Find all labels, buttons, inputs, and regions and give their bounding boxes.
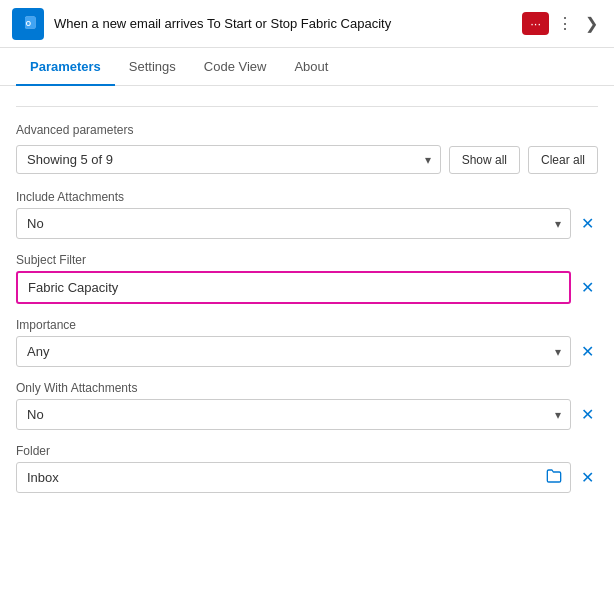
field-subject-filter: Subject Filter ✕ [16, 253, 598, 304]
svg-text:O: O [26, 19, 31, 26]
include-attachments-row: No Yes ▾ ✕ [16, 208, 598, 239]
subject-filter-clear-btn[interactable]: ✕ [577, 276, 598, 299]
importance-row: Any High Normal Low ▾ ✕ [16, 336, 598, 367]
show-all-button[interactable]: Show all [449, 146, 520, 174]
folder-picker-btn[interactable] [538, 464, 570, 491]
tab-about[interactable]: About [280, 49, 342, 86]
subject-filter-highlight-wrapper [16, 271, 571, 304]
error-btn[interactable]: ··· [522, 12, 549, 35]
folder-input[interactable] [17, 463, 538, 492]
folder-row: ✕ [16, 462, 598, 493]
header-title: When a new email arrives To Start or Sto… [54, 16, 512, 31]
only-with-attachments-clear-btn[interactable]: ✕ [577, 403, 598, 426]
divider-top [16, 106, 598, 107]
tab-parameters[interactable]: Parameters [16, 49, 115, 86]
include-attachments-select-wrap: No Yes ▾ [16, 208, 571, 239]
field-include-attachments: Include Attachments No Yes ▾ ✕ [16, 190, 598, 239]
folder-label: Folder [16, 444, 598, 458]
include-attachments-clear-btn[interactable]: ✕ [577, 212, 598, 235]
param-count-row: Showing 5 of 9 ▾ Show all Clear all [16, 145, 598, 174]
tabs-bar: Parameters Settings Code View About [0, 48, 614, 86]
back-btn[interactable]: ❯ [581, 10, 602, 37]
content-area: Advanced parameters Showing 5 of 9 ▾ Sho… [0, 86, 614, 599]
subject-filter-input[interactable] [18, 273, 569, 302]
subject-filter-row: ✕ [16, 271, 598, 304]
header-actions: ··· ⋮ ❯ [522, 10, 602, 37]
field-importance: Importance Any High Normal Low ▾ ✕ [16, 318, 598, 367]
importance-label: Importance [16, 318, 598, 332]
param-count-select[interactable]: Showing 5 of 9 [16, 145, 441, 174]
field-only-with-attachments: Only With Attachments No Yes ▾ ✕ [16, 381, 598, 430]
outlook-icon: O [12, 8, 44, 40]
advanced-parameters-label: Advanced parameters [16, 123, 598, 137]
field-folder: Folder ✕ [16, 444, 598, 493]
include-attachments-select[interactable]: No Yes [16, 208, 571, 239]
include-attachments-label: Include Attachments [16, 190, 598, 204]
only-with-attachments-label: Only With Attachments [16, 381, 598, 395]
header: O When a new email arrives To Start or S… [0, 0, 614, 48]
subject-filter-label: Subject Filter [16, 253, 598, 267]
tab-code-view[interactable]: Code View [190, 49, 281, 86]
only-with-attachments-row: No Yes ▾ ✕ [16, 399, 598, 430]
param-count-select-wrap: Showing 5 of 9 ▾ [16, 145, 441, 174]
folder-input-wrap [16, 462, 571, 493]
importance-clear-btn[interactable]: ✕ [577, 340, 598, 363]
clear-all-button[interactable]: Clear all [528, 146, 598, 174]
only-with-attachments-select-wrap: No Yes ▾ [16, 399, 571, 430]
tab-settings[interactable]: Settings [115, 49, 190, 86]
folder-clear-btn[interactable]: ✕ [577, 466, 598, 489]
importance-select[interactable]: Any High Normal Low [16, 336, 571, 367]
only-with-attachments-select[interactable]: No Yes [16, 399, 571, 430]
more-options-btn[interactable]: ⋮ [553, 10, 577, 37]
importance-select-wrap: Any High Normal Low ▾ [16, 336, 571, 367]
